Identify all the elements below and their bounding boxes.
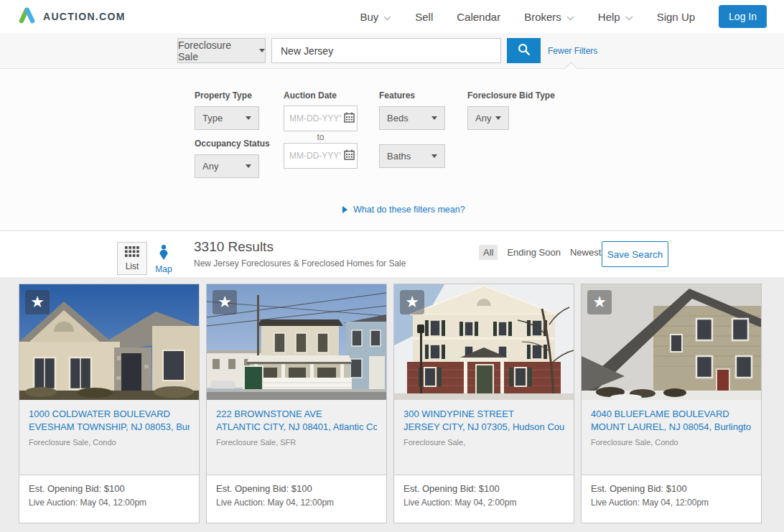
auction-time: Live Auction: May 04, 12:00pm [216, 498, 377, 508]
listing-bid-section: Est. Opening Bid: $100 Live Auction: May… [19, 475, 199, 523]
search-category-dropdown[interactable]: Foreclosure Sale [177, 38, 266, 63]
favorite-star-button[interactable]: ★ [587, 290, 612, 314]
listing-card[interactable]: ★ 300 WINDYPINE STREET JERSEY CITY, NJ 0… [393, 284, 574, 523]
listing-card[interactable]: ★ 222 BROWNSTONE AVE ATLANTIC CITY, NJ 0… [206, 284, 387, 523]
search-bar-row: Foreclosure Sale Fewer Filters [0, 33, 784, 69]
filters-help-link[interactable]: What do these filters mean? [342, 205, 465, 215]
listing-info: 1000 COLDWATER BOULEVARD EVESHAM TOWNSHI… [19, 400, 199, 475]
listing-type: Foreclosure Sale, Condo [29, 438, 190, 447]
listing-photo[interactable]: ★ [394, 284, 574, 400]
property-type-label: Property Type [195, 90, 252, 101]
listing-type: Foreclosure Sale, Condo [591, 438, 752, 447]
listing-location[interactable]: ATLANTIC CITY, NJ 08401, Atlantic Co... [216, 421, 377, 434]
dropdown-caret-icon [246, 116, 251, 120]
listings-grid: ★ 1000 COLDWATER BOULEVARD EVESHAM TOWNS… [0, 277, 784, 532]
log-in-button[interactable]: Log In [719, 5, 767, 28]
star-icon: ★ [405, 293, 419, 312]
location-search-input[interactable] [271, 38, 501, 63]
foreclosure-bid-type-label: Foreclosure Bid Type [467, 90, 555, 101]
auction-date-to-input[interactable] [289, 151, 341, 161]
favorite-star-button[interactable]: ★ [25, 290, 50, 314]
sort-option-newest[interactable]: Newest [570, 247, 601, 258]
foreclosure-bid-type-dropdown[interactable]: Any [467, 106, 509, 130]
auction-logo-icon [17, 6, 37, 27]
listing-info: 222 BROWNSTONE AVE ATLANTIC CITY, NJ 084… [207, 400, 386, 475]
listing-location[interactable]: EVESHAM TOWNSHIP, NJ 08053, Bur... [29, 421, 190, 434]
listing-address[interactable]: 1000 COLDWATER BOULEVARD [29, 408, 190, 421]
search-button[interactable] [507, 38, 541, 63]
star-icon: ★ [30, 293, 45, 312]
auction-date-label: Auction Date [284, 90, 337, 101]
auction-date-from-field [284, 106, 358, 131]
opening-bid: Est. Opening Bid: $100 [403, 483, 564, 494]
occupancy-status-dropdown[interactable]: Any [195, 154, 259, 178]
map-view-toggle[interactable]: Map [147, 242, 180, 275]
features-label: Features [379, 90, 415, 101]
nav-item-brokers[interactable]: Brokers [524, 11, 574, 23]
sort-option-all[interactable]: All [479, 245, 498, 260]
beds-dropdown[interactable]: Beds [379, 106, 445, 130]
sort-option-ending-soon[interactable]: Ending Soon [507, 247, 560, 258]
auction-date-from-input[interactable] [289, 113, 341, 123]
dropdown-caret-icon [431, 116, 437, 120]
top-nav-items: Buy Sell Calendar Brokers Help [360, 5, 767, 28]
dropdown-caret-icon [259, 49, 265, 52]
listing-bid-section: Est. Opening Bid: $100 Live Auction: May… [394, 475, 574, 523]
brand-name: AUCTION.COM [43, 11, 126, 22]
calendar-icon[interactable] [344, 112, 355, 126]
map-pin-icon [156, 243, 172, 263]
chevron-down-icon [566, 11, 574, 23]
date-range-separator: to [284, 132, 358, 142]
sort-options: All Ending Soon Newest [479, 245, 601, 260]
nav-item-sell[interactable]: Sell [415, 11, 433, 23]
dropdown-caret-icon [495, 116, 501, 120]
search-icon [517, 42, 531, 59]
calendar-icon[interactable] [344, 149, 355, 163]
listing-bid-section: Est. Opening Bid: $100 Live Auction: May… [582, 475, 761, 523]
listing-type: Foreclosure Sale, [403, 438, 564, 447]
nav-item-calendar[interactable]: Calendar [457, 11, 500, 23]
favorite-star-button[interactable]: ★ [400, 290, 424, 314]
opening-bid: Est. Opening Bid: $100 [591, 483, 752, 494]
auction-time: Live Auction: May 04, 2:00pm [403, 498, 564, 508]
results-subtitle: New Jersey Foreclosures & Foreclosed Hom… [194, 258, 406, 269]
listing-location[interactable]: JERSEY CITY, NJ 07305, Hudson Cou... [403, 421, 564, 434]
auction-time: Live Auction: May 04, 12:00pm [29, 498, 190, 508]
baths-dropdown[interactable]: Baths [379, 144, 445, 168]
auction-date-to-field [284, 143, 358, 169]
listing-photo[interactable]: ★ [582, 284, 761, 400]
play-triangle-icon [342, 206, 347, 213]
listing-photo[interactable]: ★ [207, 284, 386, 400]
listing-address[interactable]: 4040 BLUEFLAME BOULEVARD [591, 408, 752, 421]
occupancy-status-label: Occupancy Status [195, 139, 270, 149]
dropdown-caret-icon [431, 154, 437, 158]
dropdown-caret-icon [246, 164, 251, 168]
auction-search-page: AUCTION.COM Buy Sell Calendar Brokers [0, 0, 784, 532]
listing-address[interactable]: 222 BROWNSTONE AVE [216, 408, 377, 421]
nav-item-buy[interactable]: Buy [360, 11, 391, 23]
top-navigation-bar: AUCTION.COM Buy Sell Calendar Brokers [0, 0, 784, 33]
save-search-button[interactable]: Save Search [602, 241, 668, 267]
listing-card[interactable]: ★ 1000 COLDWATER BOULEVARD EVESHAM TOWNS… [19, 284, 200, 523]
listing-info: 4040 BLUEFLAME BOULEVARD MOUNT LAUREL, N… [582, 400, 761, 475]
listing-info: 300 WINDYPINE STREET JERSEY CITY, NJ 073… [394, 400, 574, 475]
listing-card[interactable]: ★ 4040 BLUEFLAME BOULEVARD MOUNT LAUREL,… [581, 284, 762, 523]
property-type-dropdown[interactable]: Type [195, 106, 259, 130]
favorite-star-button[interactable]: ★ [213, 290, 237, 314]
chevron-down-icon [383, 11, 391, 23]
listing-address[interactable]: 300 WINDYPINE STREET [403, 408, 564, 421]
list-grid-icon [125, 246, 139, 259]
opening-bid: Est. Opening Bid: $100 [216, 483, 377, 494]
auction-logo[interactable]: AUCTION.COM [17, 6, 126, 27]
listing-location[interactable]: MOUNT LAUREL, NJ 08054, Burlingto... [591, 421, 752, 434]
nav-item-sign-up[interactable]: Sign Up [657, 11, 695, 23]
star-icon: ★ [592, 293, 607, 312]
filters-panel: Property Type Type Occupancy Status Any … [0, 69, 784, 231]
list-view-toggle[interactable]: List [117, 242, 147, 275]
auction-time: Live Auction: May 04, 12:00pm [591, 498, 752, 508]
opening-bid: Est. Opening Bid: $100 [29, 483, 190, 494]
nav-item-help[interactable]: Help [598, 11, 633, 23]
listing-photo[interactable]: ★ [19, 284, 199, 400]
listing-type: Foreclosure Sale, SFR [216, 438, 377, 447]
results-count: 3310 Results [194, 239, 274, 255]
